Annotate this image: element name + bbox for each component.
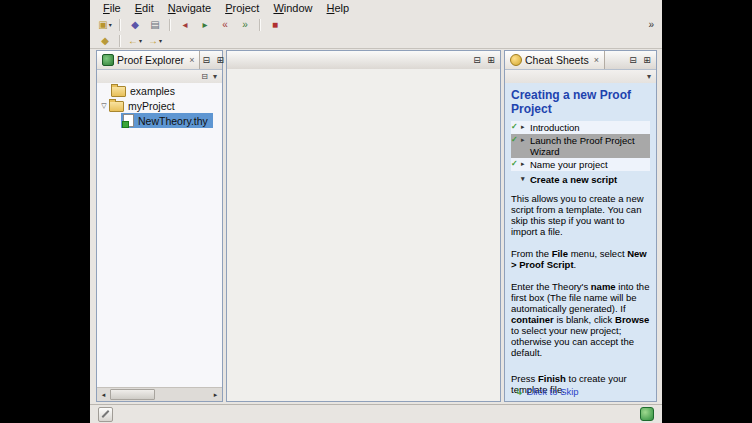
icon-glyph: « (222, 20, 228, 30)
desktop: { "colors": { "selection_blue": "#5e96d2… (0, 0, 752, 423)
app-window: File Edit Navigate Project Window Help ▣… (90, 0, 662, 423)
step-label: Name your project (530, 159, 650, 170)
cheat-paragraph: This allows you to create a new script f… (511, 193, 650, 237)
step-label: Launch the Proof Project Wizard (530, 135, 650, 157)
collapse-all-icon[interactable]: ▾ (647, 73, 651, 81)
icon-glyph: ▸ (202, 20, 207, 30)
icon-glyph: → (148, 36, 158, 46)
menu-project[interactable]: Project (218, 1, 266, 15)
horizontal-scrollbar[interactable]: ◂ ▸ (97, 387, 222, 401)
icon-glyph: ◆ (131, 20, 139, 30)
menu-navigate[interactable]: Navigate (161, 1, 218, 15)
proof-undo-icon[interactable]: ◂ (175, 16, 195, 33)
new-wizard-icon[interactable]: ▣ ▾ (95, 16, 115, 33)
editor-header: ⊟ ⊞ (227, 51, 500, 70)
step-name-project[interactable]: ✓ ▸ Name your project (511, 158, 650, 171)
proof-explorer-panel: Proof Explorer × ⊟ ⊞ ⊟ ▾ examples ▽ myPr… (96, 50, 223, 402)
paragraph-text: Press (511, 373, 538, 384)
maximize-icon[interactable]: ⊞ (485, 55, 497, 65)
tab-proof-explorer[interactable]: Proof Explorer × (97, 51, 200, 69)
chevron-right-icon[interactable]: ▸ (521, 122, 530, 132)
menu-window[interactable]: Window (266, 1, 319, 15)
skip-link-label: Click to Skip (526, 386, 578, 397)
forward-icon[interactable]: → ▾ (145, 32, 165, 49)
maximize-icon[interactable]: ⊞ (214, 55, 226, 65)
edit-mode-icon (98, 407, 113, 422)
proof-next-icon[interactable]: ▸ (195, 16, 215, 33)
save-icon[interactable]: ◆ (125, 16, 145, 33)
icon-glyph: ■ (272, 20, 278, 30)
minimize-icon[interactable]: ⊟ (200, 55, 212, 65)
cheat-paragraph: From the File menu, select New > Proof S… (511, 248, 650, 270)
scrollbar-track[interactable] (110, 388, 209, 401)
minimize-icon[interactable]: ⊟ (471, 55, 483, 65)
proof-retract-icon[interactable]: « (215, 16, 235, 33)
tab-label: Cheat Sheets (525, 54, 589, 66)
icon-glyph: ▤ (150, 20, 159, 30)
tree-item-label: examples (130, 85, 175, 97)
maximize-icon[interactable]: ⊞ (641, 55, 653, 65)
step-launch-wizard[interactable]: ✓ ▸ Launch the Proof Project Wizard (511, 134, 650, 158)
back-icon[interactable]: ← ▾ (125, 32, 145, 49)
chevron-right-icon[interactable]: ▸ (521, 135, 530, 145)
click-to-skip-link[interactable]: ↳ Click to Skip (515, 386, 579, 397)
proof-explorer-header: Proof Explorer × ⊟ ⊞ (97, 51, 222, 70)
last-edit-location-icon[interactable]: ◆ (95, 32, 115, 49)
icon-glyph: ◆ (101, 36, 109, 46)
scroll-right-icon[interactable]: ▸ (209, 391, 222, 399)
print-icon[interactable]: ▤ (145, 16, 165, 33)
scroll-left-icon[interactable]: ◂ (97, 391, 110, 399)
tree-item-newtheory[interactable]: NewTheory.thy (97, 113, 222, 128)
cheat-sheet-title: Creating a new Proof Project (511, 88, 650, 116)
view-menu-icon[interactable]: ▾ (213, 73, 217, 81)
menu-edit[interactable]: Edit (128, 1, 161, 15)
cheat-sheets-header: Cheat Sheets × ⊟ ⊞ (505, 51, 656, 70)
step-introduction[interactable]: ✓ ▸ Introduction (511, 121, 650, 134)
expander-open-icon[interactable]: ▽ (99, 102, 109, 110)
tab-label: Proof Explorer (117, 54, 184, 66)
theory-file-icon (123, 114, 134, 127)
status-indicator-icon (640, 407, 654, 421)
cheat-sheet-content: Creating a new Proof Project ✓ ▸ Introdu… (505, 83, 656, 401)
editor-area-panel: ⊟ ⊞ (226, 50, 501, 402)
paragraph-text: This allows you to create a new script f… (511, 193, 644, 237)
paragraph-text: Enter the Theory's (511, 281, 591, 292)
chevron-down-icon[interactable]: ▾ (521, 174, 530, 184)
open-folder-icon (109, 101, 124, 112)
dropdown-arrow-icon[interactable]: ▾ (159, 37, 162, 44)
chevron-right-icon[interactable]: ▸ (521, 159, 530, 169)
menu-file[interactable]: File (96, 1, 128, 15)
close-icon[interactable]: × (189, 55, 194, 65)
paragraph-text: Browse (615, 314, 649, 325)
step-create-script[interactable]: ▾ Create a new script (511, 173, 650, 186)
collapse-all-icon[interactable]: ⊟ (201, 73, 208, 81)
tree-item-examples[interactable]: examples (97, 83, 222, 98)
panel-controls: ⊟ ⊞ (471, 51, 500, 69)
cheat-sheets-panel: Cheat Sheets × ⊟ ⊞ ▾ Creating a new Proo… (504, 50, 657, 402)
check-icon: ✓ (511, 159, 521, 169)
cheat-sheets-view-icon (510, 54, 522, 66)
minimize-icon[interactable]: ⊟ (627, 55, 639, 65)
toolbar-separator (119, 35, 121, 47)
tree-item-myproject[interactable]: ▽ myProject (97, 98, 222, 113)
paragraph-text: name (591, 281, 616, 292)
tab-cheat-sheets[interactable]: Cheat Sheets × (505, 51, 605, 69)
paragraph-text: menu, select (568, 248, 627, 259)
toolbar-separator (119, 19, 121, 31)
main-toolbar: ▣ ▾ ◆ ▤ ◂ ▸ « » ■ » (90, 16, 662, 33)
proof-explorer-view-icon (102, 54, 114, 66)
scrollbar-thumb[interactable] (110, 389, 155, 400)
close-icon[interactable]: × (594, 55, 599, 65)
interrupt-icon[interactable]: ■ (265, 16, 285, 33)
menu-help[interactable]: Help (320, 1, 357, 15)
toolbar-overflow-chevron[interactable]: » (648, 19, 654, 30)
dropdown-arrow-icon[interactable]: ▾ (109, 21, 112, 28)
dropdown-arrow-icon[interactable]: ▾ (139, 37, 142, 44)
tree-item-label: myProject (128, 100, 175, 112)
project-tree: examples ▽ myProject NewTheory.thy (97, 83, 222, 388)
editor-content[interactable] (227, 69, 500, 401)
paragraph-text: From the (511, 248, 552, 259)
proof-goto-icon[interactable]: » (235, 16, 255, 33)
tree-item-label: NewTheory.thy (138, 115, 208, 127)
skip-arrow-icon: ↳ (515, 386, 523, 397)
